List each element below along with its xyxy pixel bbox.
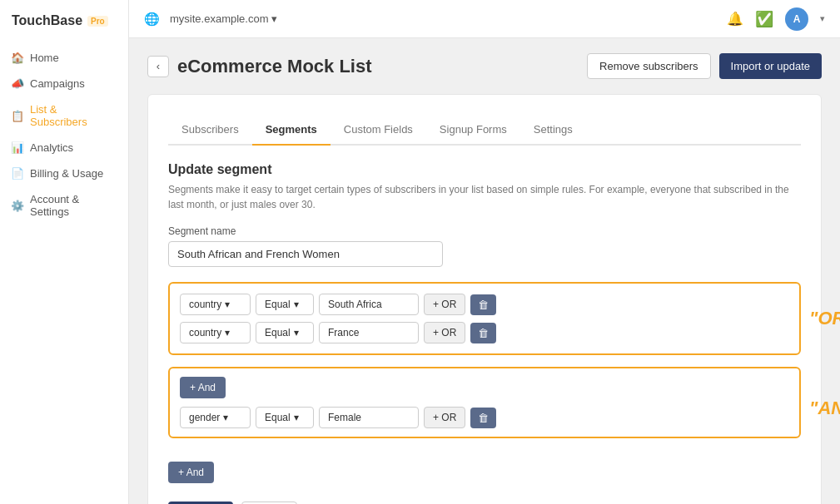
import-or-update-button[interactable]: Import or update <box>719 53 822 79</box>
logo-touch: TouchBase <box>12 13 82 28</box>
sidebar-item-home-label: Home <box>30 52 59 64</box>
delete-button-gender[interactable]: 🗑 <box>470 408 496 428</box>
sidebar-item-account[interactable]: ⚙️ Account & Settings <box>0 186 128 225</box>
or-button-2[interactable]: + OR <box>424 322 465 343</box>
tab-custom-fields[interactable]: Custom Fields <box>331 115 426 146</box>
check-circle-icon[interactable]: ✅ <box>755 10 773 28</box>
and-rule-group: + And gender ▾ Equal ▾ + OR <box>168 367 801 438</box>
form-area: Update segment Segments make it easy to … <box>168 146 801 504</box>
sidebar-item-billing-label: Billing & Usage <box>30 167 103 180</box>
analytics-icon: 📊 <box>12 142 23 154</box>
header-actions: Remove subscribers Import or update <box>587 53 822 79</box>
sidebar-item-billing[interactable]: 📄 Billing & Usage <box>0 161 128 186</box>
operator-dropdown-1[interactable]: Equal ▾ <box>256 294 314 315</box>
page-header: ‹ eCommerce Mock List Remove subscribers… <box>147 53 822 79</box>
avatar-caret-icon[interactable]: ▾ <box>820 13 825 24</box>
tab-signup-forms[interactable]: Signup Forms <box>426 115 520 146</box>
delete-button-1[interactable]: 🗑 <box>470 294 496 315</box>
add-and-condition-button[interactable]: + And <box>180 377 226 398</box>
operator-dropdown-2[interactable]: Equal ▾ <box>256 322 314 343</box>
sidebar-item-analytics[interactable]: 📊 Analytics <box>0 135 128 161</box>
sidebar-item-campaigns-label: Campaigns <box>30 77 85 90</box>
section-title: Update segment <box>168 162 801 177</box>
tab-subscribers[interactable]: Subscribers <box>168 115 252 146</box>
main-card: Subscribers Segments Custom Fields Signu… <box>147 94 822 504</box>
sidebar-item-list-subscribers[interactable]: 📋 List & Subscribers <box>0 96 128 135</box>
logo: TouchBasePro <box>0 0 128 40</box>
or-label: "OR" <box>809 308 840 329</box>
add-and-group-button[interactable]: + And <box>168 462 214 483</box>
campaigns-icon: 📣 <box>12 78 23 90</box>
tabs: Subscribers Segments Custom Fields Signu… <box>168 115 801 146</box>
segment-name-input[interactable] <box>168 241 443 267</box>
sidebar-item-list-label: List & Subscribers <box>30 103 117 128</box>
or-rule-group: country ▾ Equal ▾ + OR 🗑 <box>168 282 801 355</box>
avatar[interactable]: A <box>785 7 808 31</box>
sidebar-nav: 🏠 Home 📣 Campaigns 📋 List & Subscribers … <box>0 40 128 230</box>
domain-caret-icon: ▾ <box>271 12 277 25</box>
or-rule-group-wrapper: country ▾ Equal ▾ + OR 🗑 <box>168 282 801 355</box>
value-input-2[interactable] <box>319 322 419 343</box>
and-label: "AND" <box>809 398 840 419</box>
delete-button-2[interactable]: 🗑 <box>470 323 496 343</box>
field-dropdown-2[interactable]: country ▾ <box>180 322 251 343</box>
segment-name-label: Segment name <box>168 225 801 237</box>
account-icon: ⚙️ <box>12 200 23 211</box>
operator-dropdown-gender[interactable]: Equal ▾ <box>256 407 314 428</box>
billing-icon: 📄 <box>12 168 23 180</box>
or-button-gender[interactable]: + OR <box>424 407 465 428</box>
section-desc: Segments make it easy to target certain … <box>168 182 801 212</box>
sidebar-item-home[interactable]: 🏠 Home <box>0 45 128 71</box>
topbar: 🌐 mysite.example.com ▾ 🔔 ✅ A ▾ <box>129 0 840 38</box>
rule-row-gender: gender ▾ Equal ▾ + OR 🗑 <box>180 407 789 428</box>
sidebar: TouchBasePro 🏠 Home 📣 Campaigns 📋 List &… <box>0 0 129 504</box>
and-rule-group-wrapper: + And gender ▾ Equal ▾ + OR <box>168 367 801 450</box>
rule-row-2: country ▾ Equal ▾ + OR 🗑 <box>180 322 789 343</box>
list-subscribers-icon: 📋 <box>12 110 23 121</box>
sidebar-item-analytics-label: Analytics <box>30 141 73 154</box>
remove-subscribers-button[interactable]: Remove subscribers <box>587 53 711 79</box>
sidebar-item-account-label: Account & Settings <box>30 193 117 218</box>
back-arrow-button[interactable]: ‹ <box>147 56 169 77</box>
or-button-1[interactable]: + OR <box>424 294 465 315</box>
globe-icon: 🌐 <box>144 12 160 27</box>
domain-selector[interactable]: mysite.example.com ▾ <box>170 12 277 25</box>
tab-segments[interactable]: Segments <box>252 115 331 146</box>
sidebar-item-campaigns[interactable]: 📣 Campaigns <box>0 71 128 96</box>
field-dropdown-gender[interactable]: gender ▾ <box>180 407 251 428</box>
page-title-row: ‹ eCommerce Mock List <box>147 56 372 77</box>
value-input-1[interactable] <box>319 294 419 315</box>
page-title: eCommerce Mock List <box>177 56 372 77</box>
bell-icon[interactable]: 🔔 <box>727 11 743 27</box>
rule-row-1: country ▾ Equal ▾ + OR 🗑 <box>180 294 789 315</box>
tab-settings[interactable]: Settings <box>520 115 586 146</box>
domain-text: mysite.example.com <box>170 12 268 25</box>
field-dropdown-1[interactable]: country ▾ <box>180 294 251 315</box>
home-icon: 🏠 <box>12 52 23 64</box>
logo-pro: Pro <box>87 16 108 27</box>
topbar-actions: 🔔 ✅ A ▾ <box>727 7 825 31</box>
value-input-gender[interactable] <box>319 407 419 428</box>
main: 🌐 mysite.example.com ▾ 🔔 ✅ A ▾ ‹ eCommer… <box>129 0 840 504</box>
page-content: ‹ eCommerce Mock List Remove subscribers… <box>129 38 840 504</box>
